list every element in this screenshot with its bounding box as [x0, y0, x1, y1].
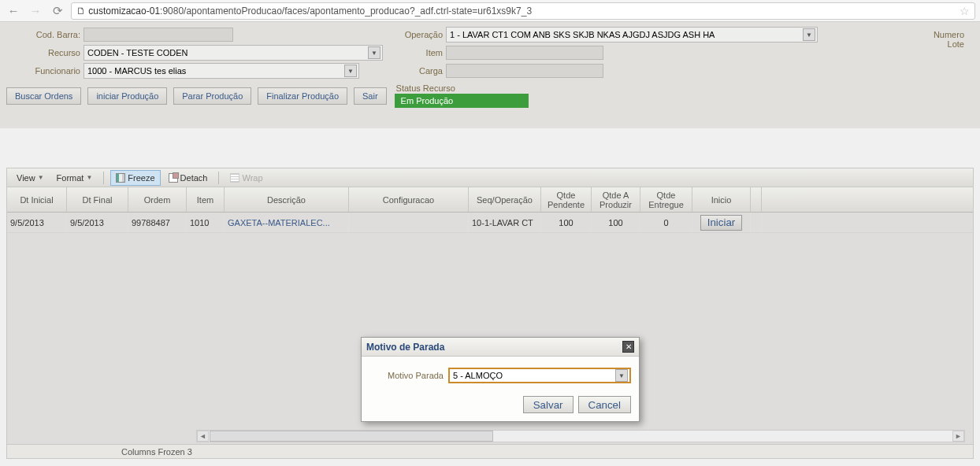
motivo-parada-label: Motivo Parada: [369, 371, 448, 380]
chevron-down-icon: ▼: [368, 46, 380, 59]
operacao-label: Operação: [399, 30, 446, 39]
cell-configuracao: [349, 213, 469, 232]
funcionario-select[interactable]: 1000 - MARCUS tes elias ▼: [84, 63, 359, 79]
th-qtde-pendente[interactable]: Qtde Pendente: [541, 187, 592, 212]
cell-qtde-prod: 100: [592, 213, 640, 232]
th-configuracao[interactable]: Configuracao: [349, 187, 469, 212]
cell-item: 1010: [187, 213, 225, 232]
motivo-parada-value: 5 - ALMOÇO: [453, 371, 503, 380]
th-dt-inicial[interactable]: Dt Inicial: [7, 187, 67, 212]
th-descricao[interactable]: Descrição: [225, 187, 349, 212]
funcionario-value: 1000 - MARCUS tes elias: [87, 66, 186, 76]
cod-barra-label: Cod. Barra:: [6, 30, 84, 39]
carga-input[interactable]: [446, 64, 603, 78]
status-recurso-value: Em Produção: [395, 94, 529, 108]
freeze-icon: [116, 173, 125, 183]
table-row[interactable]: 9/5/2013 9/5/2013 99788487 1010 GAXETA--…: [7, 213, 973, 233]
th-inicio[interactable]: Inicio: [692, 187, 751, 212]
iniciar-button[interactable]: Iniciar: [700, 215, 743, 231]
th-extra: [751, 187, 762, 212]
item-label: Item: [399, 48, 446, 57]
scroll-left-button[interactable]: ◄: [197, 431, 209, 442]
cell-dt-inicial: 9/5/2013: [7, 213, 67, 232]
horizontal-scrollbar[interactable]: ◄ ►: [196, 430, 965, 442]
motivo-parada-select[interactable]: 5 - ALMOÇO ▼: [448, 368, 631, 383]
dialog-title: Motivo de Parada: [366, 342, 444, 353]
close-icon[interactable]: ✕: [622, 341, 634, 353]
url-host: customizacao-01: [88, 6, 160, 17]
item-input[interactable]: [446, 46, 603, 60]
detach-icon: [169, 173, 178, 183]
cell-dt-final: 9/5/2013: [67, 213, 128, 232]
finalizar-producao-button[interactable]: Finalizar Produção: [258, 87, 347, 105]
back-button[interactable]: ←: [5, 2, 22, 20]
th-seq-operacao[interactable]: Seq/Operação: [469, 187, 541, 212]
detach-button[interactable]: Detach: [164, 172, 213, 184]
recurso-label: Recurso: [6, 48, 84, 57]
view-menu[interactable]: View▼: [12, 172, 49, 184]
cell-ordem: 99788487: [128, 213, 187, 232]
columns-frozen-label: Columns Frozen 3: [121, 447, 192, 457]
wrap-icon: [230, 173, 239, 183]
cell-seq-op: 10-1-LAVAR CT: [469, 213, 541, 232]
cell-descricao[interactable]: GAXETA--MATERIALEC...: [225, 213, 349, 232]
url-bar[interactable]: 🗋 customizacao-01 :9080/apontamentoProdu…: [71, 2, 975, 20]
th-qtde-produzir[interactable]: Qtde A Produzir: [592, 187, 640, 212]
recurso-select[interactable]: CODEN - TESTE CODEN ▼: [84, 45, 383, 61]
separator: [218, 172, 219, 184]
table-header: Dt Inicial Dt Final Ordem Item Descrição…: [7, 187, 973, 213]
status-recurso-label: Status Recurso: [395, 83, 529, 93]
bookmark-star-icon[interactable]: ☆: [960, 5, 970, 17]
cancel-button[interactable]: Cancel: [578, 396, 632, 413]
th-qtde-entregue[interactable]: Qtde Entregue: [640, 187, 692, 212]
cell-inicio: Iniciar: [692, 213, 751, 232]
browser-toolbar: ← → ⟳ 🗋 customizacao-01 :9080/apontament…: [0, 0, 980, 22]
operacao-value: 1 - LAVAR CT1 COM ANB SKS SKJB NKAS AJGD…: [450, 30, 715, 39]
parar-producao-button[interactable]: Parar Produção: [173, 87, 251, 105]
funcionario-label: Funcionario: [6, 66, 84, 76]
sair-button[interactable]: Sair: [354, 87, 387, 105]
status-recurso-box: Status Recurso Em Produção: [395, 83, 529, 108]
cell-qtde-ent: 0: [640, 213, 692, 232]
chevron-down-icon: ▼: [803, 28, 815, 41]
cell-qtde-pend: 100: [541, 213, 592, 232]
separator: [103, 172, 104, 184]
reload-button[interactable]: ⟳: [49, 2, 66, 20]
form-panel: Cod. Barra: Operação 1 - LAVAR CT1 COM A…: [0, 22, 980, 128]
motivo-parada-dialog: Motivo de Parada ✕ Motivo Parada 5 - ALM…: [361, 337, 640, 422]
th-item[interactable]: Item: [187, 187, 225, 212]
table-toolbar: View▼ Format▼ Freeze Detach Wrap: [7, 168, 973, 187]
numero-lote-box: Numero Lote: [934, 30, 964, 49]
url-path: :9080/apontamentoProducao/faces/apontame…: [160, 6, 532, 17]
numero-label: Numero: [934, 30, 964, 39]
scroll-right-button[interactable]: ►: [952, 431, 964, 442]
buscar-ordens-button[interactable]: Buscar Ordens: [6, 87, 81, 105]
salvar-button[interactable]: Salvar: [523, 396, 574, 413]
freeze-button[interactable]: Freeze: [110, 170, 160, 186]
iniciar-producao-button[interactable]: iniciar Produção: [87, 87, 167, 105]
carga-label: Carga: [399, 66, 446, 76]
cell-extra: [751, 213, 762, 232]
table-footer: Columns Frozen 3: [7, 444, 973, 458]
chevron-down-icon: ▼: [615, 369, 628, 382]
scroll-thumb[interactable]: [210, 431, 493, 442]
dialog-titlebar[interactable]: Motivo de Parada ✕: [362, 338, 639, 357]
forward-button[interactable]: →: [27, 2, 44, 20]
operacao-select[interactable]: 1 - LAVAR CT1 COM ANB SKS SKJB NKAS AJGD…: [446, 27, 818, 43]
lote-label: Lote: [934, 39, 964, 49]
th-ordem[interactable]: Ordem: [128, 187, 187, 212]
wrap-button[interactable]: Wrap: [225, 172, 267, 184]
cod-barra-input[interactable]: [84, 28, 233, 42]
th-dt-final[interactable]: Dt Final: [67, 187, 128, 212]
chevron-down-icon: ▼: [344, 65, 357, 77]
format-menu[interactable]: Format▼: [52, 172, 98, 184]
recurso-value: CODEN - TESTE CODEN: [87, 48, 188, 57]
